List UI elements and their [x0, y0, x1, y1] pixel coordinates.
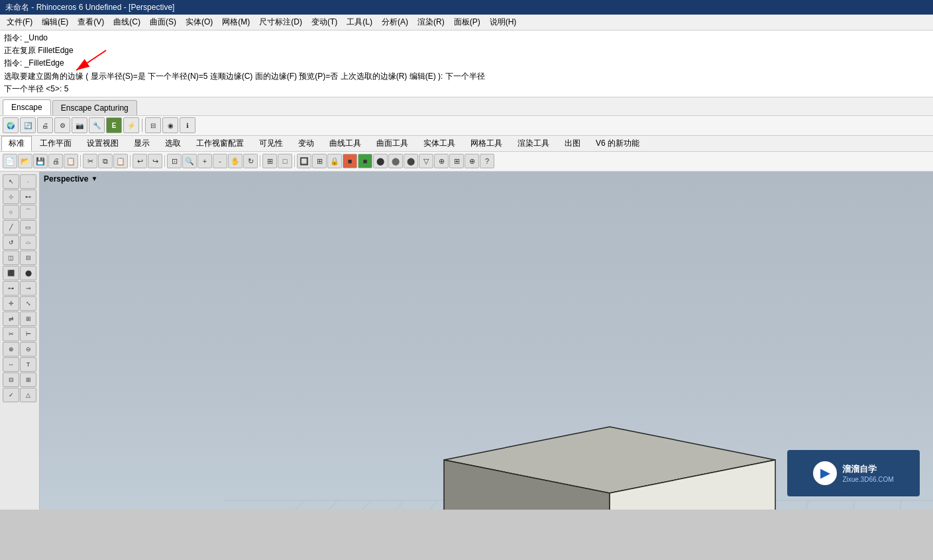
btn-viewport1[interactable]: □: [278, 154, 292, 168]
btn-sphere[interactable]: ⬤: [373, 154, 388, 168]
tab-workplane[interactable]: 工作平面: [32, 136, 79, 151]
tab-layout[interactable]: 出图: [557, 136, 588, 151]
btn-zoom-in[interactable]: +: [197, 154, 212, 168]
btn-extend[interactable]: ⊢: [20, 327, 36, 341]
tab-select[interactable]: 选取: [158, 136, 188, 151]
menu-surface[interactable]: 曲面(S): [146, 15, 180, 29]
btn-material[interactable]: ■: [358, 154, 372, 168]
btn-cut[interactable]: ✂: [83, 154, 97, 168]
enscape-btn-3[interactable]: 🖨: [37, 117, 53, 133]
btn-rotate-tool[interactable]: ↺: [3, 235, 19, 250]
btn-point[interactable]: ⊹: [3, 190, 19, 204]
btn-line[interactable]: ╱: [3, 220, 19, 235]
btn-props[interactable]: 📋: [64, 154, 78, 168]
btn-sphere2[interactable]: ⬤: [388, 154, 403, 168]
btn-surface[interactable]: ◫: [3, 251, 19, 265]
tab-standard[interactable]: 标准: [1, 136, 32, 151]
tab-setview[interactable]: 设置视图: [80, 136, 126, 151]
btn-zoom-out[interactable]: -: [213, 154, 227, 168]
enscape-btn-9[interactable]: ⊟: [145, 117, 161, 133]
btn-paste[interactable]: 📋: [113, 154, 128, 168]
btn-open[interactable]: 📂: [18, 154, 32, 168]
menu-solid[interactable]: 实体(O): [182, 15, 217, 29]
tab-surface-tools[interactable]: 曲面工具: [369, 136, 415, 151]
btn-multi[interactable]: ⊕: [434, 154, 449, 168]
tab-transform[interactable]: 变动: [291, 136, 321, 151]
btn-zoom-ext[interactable]: ⊡: [167, 154, 182, 168]
btn-color[interactable]: ■: [343, 154, 357, 168]
menu-render[interactable]: 渲染(R): [413, 15, 449, 29]
enscape-btn-1[interactable]: 🌍: [3, 117, 19, 133]
btn-grid[interactable]: ⊞: [312, 154, 327, 168]
btn-save[interactable]: 💾: [33, 154, 48, 168]
tab-solid-tools[interactable]: 实体工具: [416, 136, 463, 151]
menu-panel[interactable]: 面板(P): [450, 15, 484, 29]
tab-curve-tools[interactable]: 曲线工具: [322, 136, 368, 151]
tab-enscape[interactable]: Enscape: [3, 99, 51, 115]
btn-redo[interactable]: ↪: [148, 154, 162, 168]
menu-file[interactable]: 文件(F): [3, 15, 36, 29]
btn-rotate[interactable]: ↻: [243, 154, 258, 168]
viewport-chevron[interactable]: ▼: [91, 175, 97, 182]
btn-zoom-win[interactable]: 🔍: [182, 154, 197, 168]
btn-check[interactable]: ✓: [3, 388, 19, 402]
btn-solid-sph[interactable]: ⬤: [20, 266, 36, 280]
menu-tools[interactable]: 工具(L): [343, 15, 376, 29]
btn-fillet[interactable]: ⌓: [20, 235, 36, 250]
menu-transform[interactable]: 变动(T): [307, 15, 341, 29]
tab-render-tools[interactable]: 渲染工具: [510, 136, 557, 151]
btn-text[interactable]: T: [20, 357, 36, 372]
btn-dim[interactable]: ↔: [3, 357, 19, 372]
btn-rect[interactable]: ▭: [20, 220, 36, 235]
btn-scale2[interactable]: ⤡: [20, 296, 36, 311]
btn-loft[interactable]: ⊶: [3, 281, 19, 296]
enscape-btn-5[interactable]: 📷: [72, 117, 87, 133]
btn-lock[interactable]: 🔒: [327, 154, 342, 168]
btn-trim[interactable]: ✂: [3, 327, 19, 341]
tab-v6-new[interactable]: V6 的新功能: [588, 136, 647, 151]
btn-snap-btn[interactable]: △: [20, 388, 36, 402]
btn-circle[interactable]: ○: [3, 205, 19, 219]
btn-sweep[interactable]: ⊸: [20, 281, 36, 296]
enscape-btn-4[interactable]: ⚙: [54, 117, 70, 133]
menu-help[interactable]: 说明(H): [486, 15, 521, 29]
menu-view[interactable]: 查看(V): [74, 15, 108, 29]
tab-display[interactable]: 显示: [127, 136, 157, 151]
btn-pan[interactable]: ✋: [228, 154, 243, 168]
btn-array[interactable]: ⊞: [20, 311, 36, 326]
btn-mirror[interactable]: ⇌: [3, 311, 19, 326]
btn-cone[interactable]: ▽: [419, 154, 433, 168]
btn-snap[interactable]: 🔲: [297, 154, 311, 168]
menu-curve[interactable]: 曲线(C): [109, 15, 144, 29]
menu-dim[interactable]: 尺寸标注(D): [255, 15, 306, 29]
menu-edit[interactable]: 编辑(E): [38, 15, 72, 29]
btn-viewport4[interactable]: ⊞: [262, 154, 277, 168]
enscape-btn-6[interactable]: 🔧: [89, 117, 105, 133]
enscape-btn-7[interactable]: E: [106, 117, 122, 133]
btn-print[interactable]: 🖨: [48, 154, 63, 168]
btn-arc[interactable]: ⌒: [20, 205, 36, 219]
btn-new[interactable]: 📄: [3, 154, 17, 168]
btn-pointcloud[interactable]: ⊷: [20, 190, 36, 204]
tab-visibility[interactable]: 可见性: [252, 136, 290, 151]
enscape-btn-11[interactable]: ℹ: [180, 117, 195, 133]
btn-extra1[interactable]: ⊞: [449, 154, 464, 168]
btn-extra2[interactable]: ⊕: [465, 154, 479, 168]
enscape-btn-10[interactable]: ◉: [162, 117, 178, 133]
tab-mesh-tools[interactable]: 网格工具: [463, 136, 510, 151]
btn-copy[interactable]: ⧉: [98, 154, 113, 168]
enscape-btn-2[interactable]: 🔄: [20, 117, 36, 133]
menu-mesh[interactable]: 网格(M): [218, 15, 254, 29]
btn-sphere3[interactable]: ⬤: [404, 154, 418, 168]
btn-extra3[interactable]: ?: [480, 154, 494, 168]
btn-surface2[interactable]: ⊟: [20, 251, 36, 265]
btn-boolean[interactable]: ⊕: [3, 342, 19, 357]
enscape-btn-8[interactable]: ⚡: [123, 117, 139, 133]
btn-point-select[interactable]: ·: [20, 174, 36, 189]
menu-analyze[interactable]: 分析(A): [378, 15, 412, 29]
tab-viewport-config[interactable]: 工作视窗配置: [189, 136, 251, 151]
btn-select-arrow[interactable]: ↖: [3, 174, 19, 189]
btn-boolean2[interactable]: ⊖: [20, 342, 36, 357]
tab-enscape-capturing[interactable]: Enscape Capturing: [52, 100, 137, 115]
btn-layer[interactable]: ⊟: [3, 372, 19, 387]
